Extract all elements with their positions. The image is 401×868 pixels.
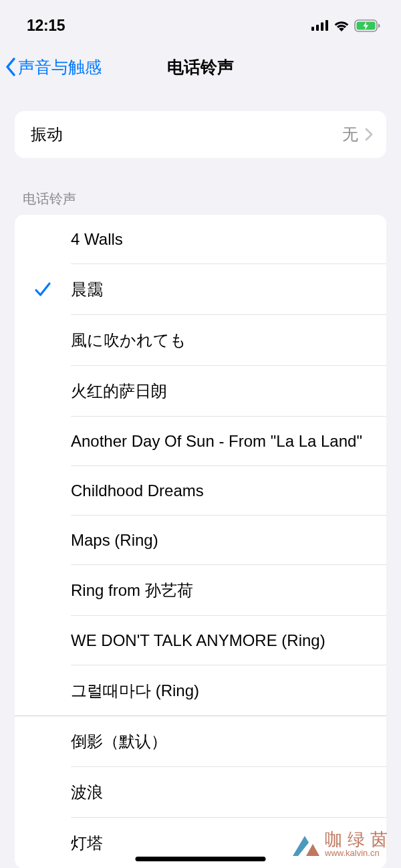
- svg-rect-1: [316, 25, 319, 31]
- watermark: 咖绿茵 www.kalvin.cn: [289, 831, 393, 859]
- status-bar: 12:15: [0, 0, 401, 43]
- svg-rect-2: [321, 23, 323, 31]
- battery-charging-icon: [354, 19, 381, 32]
- ringtone-row[interactable]: 倒影（默认）: [15, 716, 386, 767]
- ringtone-row[interactable]: 그럴때마다 (Ring): [15, 665, 386, 716]
- ringtone-row[interactable]: 風に吹かれても: [15, 315, 386, 366]
- ringtone-list: 4 Walls晨靄風に吹かれても火红的萨日朗Another Day Of Sun…: [15, 215, 386, 868]
- ringtone-label: WE DON'T TALK ANYMORE (Ring): [71, 617, 373, 665]
- chevron-left-icon: [4, 57, 17, 77]
- svg-rect-3: [325, 20, 328, 31]
- vibration-row[interactable]: 振动 无: [15, 111, 386, 158]
- ringtone-label: 그럴때마다 (Ring): [71, 665, 373, 716]
- ringtone-section-header: 电话铃声: [0, 158, 401, 215]
- cellular-icon: [311, 20, 329, 31]
- chevron-right-icon: [365, 128, 373, 141]
- back-button[interactable]: 声音与触感: [4, 56, 102, 78]
- ringtone-row[interactable]: 4 Walls: [15, 215, 386, 264]
- vibration-label: 振动: [31, 124, 63, 145]
- ringtone-row[interactable]: 晨靄: [15, 264, 386, 315]
- ringtone-row[interactable]: Maps (Ring): [15, 516, 386, 565]
- watermark-url: www.kalvin.cn: [325, 848, 380, 859]
- vibration-value: 无: [342, 124, 358, 145]
- ringtone-label: Maps (Ring): [71, 516, 373, 564]
- status-time: 12:15: [27, 17, 65, 35]
- checkmark-icon: [15, 282, 71, 298]
- ringtone-label: 火红的萨日朗: [71, 366, 373, 417]
- ringtone-label: 4 Walls: [71, 215, 373, 263]
- watermark-cn: 咖绿茵: [325, 831, 393, 848]
- watermark-logo-icon: [289, 831, 321, 859]
- vibration-section: 振动 无: [15, 111, 386, 158]
- ringtone-row[interactable]: WE DON'T TALK ANYMORE (Ring): [15, 616, 386, 665]
- ringtone-label: 倒影（默认）: [71, 716, 373, 767]
- svg-rect-0: [311, 27, 314, 31]
- ringtone-row[interactable]: Childhood Dreams: [15, 466, 386, 516]
- ringtone-row[interactable]: Ring from 孙艺荷: [15, 565, 386, 616]
- home-indicator[interactable]: [136, 857, 266, 861]
- ringtone-label: 風に吹かれても: [71, 315, 373, 366]
- ringtone-label: Another Day Of Sun - From "La La Land": [71, 417, 373, 465]
- ringtone-row[interactable]: Another Day Of Sun - From "La La Land": [15, 417, 386, 466]
- ringtone-label: Childhood Dreams: [71, 467, 373, 515]
- ringtone-label: Ring from 孙艺荷: [71, 565, 373, 616]
- nav-bar: 声音与触感 电话铃声: [0, 43, 401, 96]
- ringtone-label: 波浪: [71, 767, 373, 818]
- status-icons: [311, 19, 381, 32]
- wifi-icon: [333, 20, 350, 31]
- back-label: 声音与触感: [18, 56, 102, 78]
- ringtone-row[interactable]: 波浪: [15, 767, 386, 818]
- ringtone-label: 晨靄: [71, 264, 373, 315]
- ringtone-row[interactable]: 火红的萨日朗: [15, 366, 386, 417]
